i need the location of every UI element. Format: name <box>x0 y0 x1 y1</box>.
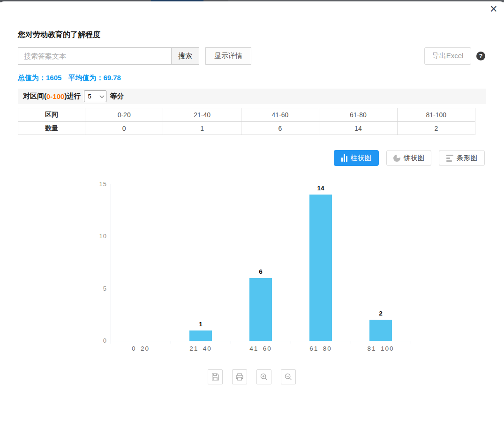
zoom-in-button[interactable] <box>256 369 271 384</box>
x-axis-tick <box>351 341 351 344</box>
tab-horizontal-bar-chart-label: 条形图 <box>457 154 478 163</box>
tab-horizontal-bar-chart[interactable]: 条形图 <box>439 150 485 166</box>
table-cell-count: 1 <box>163 122 241 135</box>
table-cell-count: 14 <box>319 122 397 135</box>
print-icon <box>234 372 245 382</box>
search-input[interactable] <box>18 47 172 65</box>
question-title: 您对劳动教育的了解程度 <box>18 30 100 40</box>
count-header-cell: 数量 <box>18 122 85 135</box>
chart-bar <box>369 320 392 341</box>
bar-value-label: 2 <box>367 310 395 317</box>
partition-count-select[interactable]: 5 <box>84 90 106 102</box>
pie-chart-icon <box>393 155 400 162</box>
zoom-in-icon <box>259 372 269 382</box>
interval-header-cell: 区间 <box>18 108 85 121</box>
y-axis-tick-label: 10 <box>70 233 107 240</box>
y-axis-tick-label: 0 <box>70 337 107 344</box>
x-axis-category-label: 0–20 <box>111 345 171 352</box>
search-button[interactable]: 搜索 <box>171 47 199 65</box>
partition-select-value: 5 <box>88 93 91 100</box>
y-axis-tick-label: 5 <box>70 285 107 292</box>
x-axis-line <box>111 341 411 341</box>
table-cell-interval: 41-60 <box>241 108 319 121</box>
x-axis-tick <box>231 341 231 344</box>
table-cell-count: 2 <box>397 122 475 135</box>
chevron-down-icon <box>100 93 105 98</box>
print-button[interactable] <box>232 369 247 384</box>
x-axis-tick <box>171 341 171 344</box>
interval-table: 区间 0-2021-4041-6061-8081-100 数量 016142 <box>18 108 475 135</box>
x-axis-category-label: 21–40 <box>171 345 231 352</box>
x-axis-tick <box>411 341 411 344</box>
partition-text-middle: )进行 <box>64 92 81 101</box>
export-excel-button[interactable]: 导出Excel <box>424 47 471 65</box>
chart-bar <box>189 330 212 341</box>
tab-bar-chart-label: 柱状图 <box>351 154 372 163</box>
help-icon[interactable]: ? <box>476 52 485 60</box>
close-icon[interactable]: × <box>487 2 501 16</box>
average-label: 平均值为： <box>68 74 103 82</box>
show-details-button[interactable]: 显示详情 <box>205 47 251 65</box>
table-cell-interval: 0-20 <box>85 108 163 121</box>
table-cell-interval: 21-40 <box>163 108 241 121</box>
y-axis-line <box>111 184 111 341</box>
chart-bar <box>249 278 272 341</box>
average-value: 69.78 <box>103 74 121 82</box>
chart-toolbar <box>208 369 296 384</box>
chart-bar <box>309 195 332 341</box>
bar-chart: 0510150–20121–40641–601461–80281–100 <box>0 178 504 366</box>
partition-range: 0-100 <box>46 92 64 100</box>
x-axis-category-label: 61–80 <box>291 345 351 352</box>
bar-value-label: 1 <box>187 321 215 328</box>
partition-text-after: 等分 <box>110 92 124 101</box>
bar-chart-icon <box>341 154 347 162</box>
table-cell-count: 0 <box>85 122 163 135</box>
tab-bar-chart[interactable]: 柱状图 <box>334 150 379 166</box>
table-cell-count: 6 <box>241 122 319 135</box>
bar-value-label: 6 <box>247 268 275 275</box>
x-axis-category-label: 81–100 <box>351 345 411 352</box>
zoom-out-icon <box>283 372 293 382</box>
table-row-counts: 数量 016142 <box>18 121 475 135</box>
zoom-out-button[interactable] <box>281 369 296 384</box>
total-label: 总值为： <box>18 74 46 82</box>
save-image-button[interactable] <box>208 369 223 384</box>
horizontal-bar-chart-icon <box>446 154 453 162</box>
save-icon <box>210 372 220 382</box>
tab-pie-chart[interactable]: 饼状图 <box>386 150 431 166</box>
x-axis-category-label: 41–60 <box>231 345 291 352</box>
table-row-intervals: 区间 0-2021-4041-6061-8081-100 <box>18 108 475 121</box>
table-cell-interval: 81-100 <box>397 108 475 121</box>
total-value: 1605 <box>46 74 61 82</box>
table-cell-interval: 61-80 <box>319 108 397 121</box>
x-axis-tick <box>111 341 111 344</box>
bar-value-label: 14 <box>307 185 335 192</box>
partition-band: 对区间(0-100)进行 5 等分 <box>18 89 486 104</box>
tab-pie-chart-label: 饼状图 <box>404 154 425 163</box>
stats-line: 总值为：1605平均值为：69.78 <box>18 74 121 83</box>
x-axis-tick <box>291 341 291 344</box>
partition-text-before: 对区间( <box>23 92 46 101</box>
y-axis-tick-label: 15 <box>70 180 107 188</box>
